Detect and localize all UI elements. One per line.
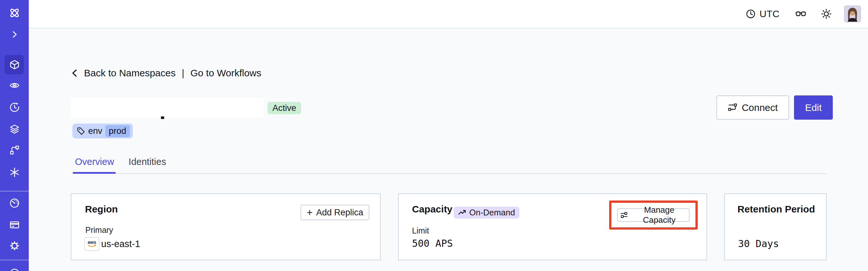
add-replica-button[interactable]: + Add Replica — [301, 205, 369, 220]
tag-icon — [76, 127, 85, 136]
plus-icon: + — [307, 208, 312, 218]
breadcrumb: Back to Namespaces | Go to Workflows — [71, 66, 261, 80]
aws-logo-text: aws — [88, 240, 96, 245]
user-avatar[interactable] — [844, 5, 861, 22]
sidebar-item-schedules[interactable] — [0, 98, 29, 117]
retention-value: 30 Days — [738, 238, 779, 249]
timezone-selector[interactable]: UTC — [746, 8, 779, 20]
sidebar-divider — [0, 260, 29, 260]
breadcrumb-workflows-link[interactable]: Go to Workflows — [190, 68, 261, 79]
edit-button-label: Edit — [805, 102, 822, 113]
tag-key: env — [88, 126, 102, 136]
connect-icon — [728, 103, 738, 113]
on-demand-badge: On-Demand — [454, 207, 519, 219]
highlight-annotation-box: Manage Capacity — [609, 201, 698, 230]
sidebar-item-workflows[interactable] — [0, 76, 29, 95]
timezone-label: UTC — [760, 8, 779, 20]
manage-capacity-button[interactable]: Manage Capacity — [617, 208, 690, 222]
trending-up-icon — [458, 208, 467, 217]
redaction-artifact — [161, 116, 164, 119]
tab-identities[interactable]: Identities — [129, 156, 166, 167]
back-chevron-icon[interactable] — [71, 68, 79, 78]
capacity-value: 500 APS — [412, 238, 453, 249]
region-card-title: Region — [85, 204, 118, 215]
clock-icon — [746, 9, 756, 19]
capacity-card-title: Capacity — [412, 204, 453, 215]
retention-card: Retention Period 30 Days — [724, 193, 827, 260]
sidebar-item-usage[interactable] — [0, 193, 29, 213]
sidebar-nav — [0, 0, 29, 271]
sidebar-divider — [0, 191, 29, 191]
add-replica-label: Add Replica — [316, 208, 363, 218]
tab-overview[interactable]: Overview — [75, 156, 114, 167]
retention-card-title: Retention Period — [738, 204, 815, 215]
brightness-icon[interactable] — [821, 8, 832, 20]
temporal-logo-icon[interactable] — [0, 3, 29, 23]
region-value: us-east-1 — [101, 239, 140, 249]
breadcrumb-separator: | — [182, 68, 184, 79]
tab-bar: Overview Identities — [75, 156, 166, 167]
sidebar-item-billing[interactable] — [0, 215, 29, 235]
capacity-card: Capacity On-Demand Manage Capacity Limit… — [398, 193, 707, 260]
on-demand-label: On-Demand — [469, 208, 515, 218]
active-tab-underline — [73, 172, 116, 174]
sliders-icon — [620, 211, 628, 219]
sidebar-item-help[interactable] — [0, 264, 29, 271]
capacity-field-label: Limit — [412, 226, 429, 235]
status-badge: Active — [268, 102, 301, 114]
sidebar-item-namespaces[interactable] — [0, 55, 29, 74]
region-field-label: Primary — [85, 225, 113, 235]
tag-value: prod — [105, 125, 130, 137]
top-bar: UTC — [29, 0, 868, 28]
tab-divider — [73, 173, 827, 174]
status-badge-label: Active — [272, 103, 296, 113]
expand-sidebar-chevron-icon[interactable] — [0, 25, 29, 44]
aws-logo: aws — [84, 237, 99, 251]
connect-button[interactable]: Connect — [716, 95, 789, 120]
sidebar-item-settings[interactable] — [0, 236, 29, 255]
namespace-tag: env prod — [72, 124, 133, 139]
edit-button[interactable]: Edit — [794, 95, 833, 120]
namespace-detail-page: UTC — [0, 0, 868, 271]
namespace-title-redacted — [71, 98, 264, 118]
sidebar-item-deployments[interactable] — [0, 119, 29, 139]
breadcrumb-back-link[interactable]: Back to Namespaces — [84, 68, 176, 79]
glasses-icon[interactable] — [795, 8, 807, 20]
connect-button-label: Connect — [742, 102, 778, 113]
sidebar-item-nexus[interactable] — [0, 140, 29, 160]
region-card: Region + Add Replica Primary aws us-east… — [71, 193, 381, 260]
manage-capacity-label: Manage Capacity — [631, 205, 687, 225]
sidebar-item-batch-operations[interactable] — [0, 163, 29, 182]
